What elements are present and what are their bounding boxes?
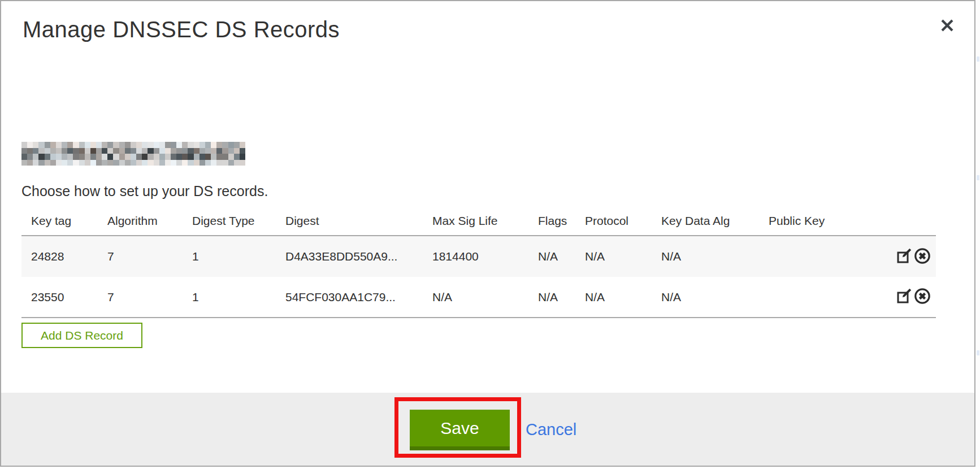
pixel-block [154,142,159,148]
pixel-block [240,148,245,154]
pixel-block [119,154,125,160]
pixel-block [171,142,176,148]
pixel-block [56,142,62,148]
edit-record-button[interactable] [895,247,913,266]
pixel-block [125,148,131,154]
pixel-block [131,160,136,166]
pixel-block [102,148,107,154]
pixel-block [165,142,171,148]
pixel-block [38,148,44,154]
pixel-block [182,154,188,160]
pixel-block [56,154,62,160]
pixel-block [154,148,159,154]
pixel-block [50,148,56,154]
digest-type-cell: 1 [183,236,276,277]
pixel-block [50,160,56,166]
column-header-digest: Digest [276,211,423,236]
pixel-block [96,154,102,160]
pixel-block [79,160,85,166]
pixel-block [142,160,148,166]
pixel-block [165,148,171,154]
pixel-block [171,148,176,154]
pixel-block [33,160,38,166]
pixel-block [73,142,79,148]
pixel-block [45,142,50,148]
edit-record-button[interactable] [895,288,913,306]
pixel-block [142,154,148,160]
flags-cell: N/A [528,236,575,277]
pixel-block [90,142,96,148]
pixel-block [222,160,228,166]
modal-title: Manage DNSSEC DS Records [23,17,340,42]
column-header-flags: Flags [528,211,575,236]
digest-type-cell: 1 [183,277,276,318]
pixel-block [27,154,33,160]
add-ds-record-button[interactable]: Add DS Record [21,323,142,348]
pixel-block [200,142,205,148]
close-button[interactable] [937,16,957,36]
pixel-block [67,142,73,148]
pixel-block [159,142,165,148]
pixel-block [56,148,62,154]
pixel-block [136,148,142,154]
pixel-block [79,154,85,160]
pixel-block [67,148,73,154]
pixel-block [228,142,234,148]
pixel-block [240,154,245,160]
pixel-block [85,148,90,154]
cancel-link[interactable]: Cancel [526,420,576,439]
pixel-block [125,160,131,166]
delete-record-button[interactable] [913,288,931,306]
domain-name-redacted [21,142,245,166]
pixel-block [188,148,193,154]
pixel-block [45,160,50,166]
column-header-digest-type: Digest Type [183,211,276,236]
pixel-block [107,142,113,148]
pixel-block [176,148,182,154]
pixel-block [38,154,44,160]
pixel-block [107,148,113,154]
pixel-block [194,148,200,154]
pixel-block [176,154,182,160]
pixel-block [27,142,33,148]
pixel-block [205,160,211,166]
pixel-block [113,148,119,154]
pixel-block [38,160,44,166]
pixel-block [56,160,62,166]
pixel-block [73,148,79,154]
pixel-block [194,154,200,160]
pixel-block [240,160,245,166]
pixel-block [136,160,142,166]
edit-icon [896,258,913,266]
pixel-block [154,160,159,166]
pixel-block [182,160,188,166]
pixel-block [107,154,113,160]
column-header-protocol: Protocol [575,211,652,236]
pixel-block [234,154,240,160]
protocol-cell: N/A [575,277,652,318]
pixel-block [136,154,142,160]
pixel-block [21,154,27,160]
edit-icon [896,298,913,306]
pixel-block [85,160,90,166]
pixel-block [228,160,234,166]
pixel-block [211,154,216,160]
pixel-block [119,160,125,166]
key-tag-cell: 24828 [21,236,98,277]
column-header-actions [875,211,936,236]
pixel-block [107,160,113,166]
pixel-block [85,154,90,160]
pixel-block [165,160,171,166]
max-sig-life-cell: 1814400 [423,236,528,277]
delete-circle-icon [914,258,931,266]
instruction-text: Choose how to set up your DS records. [21,183,268,199]
pixel-block [176,142,182,148]
pixel-block [67,160,73,166]
algorithm-cell: 7 [98,236,183,277]
pixel-block [90,154,96,160]
save-button[interactable]: Save [410,410,510,450]
delete-record-button[interactable] [913,247,931,266]
pixel-block [79,142,85,148]
pixel-block [131,148,136,154]
pixel-block [216,160,222,166]
